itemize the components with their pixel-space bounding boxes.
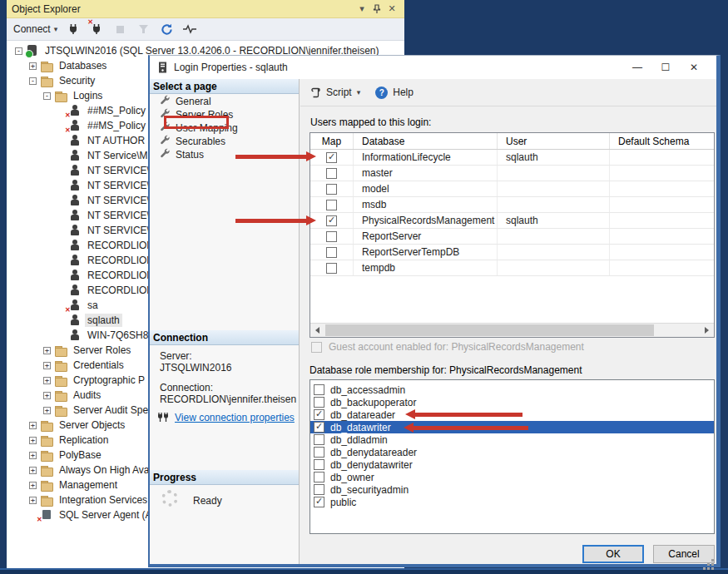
horizontal-scrollbar[interactable] [310,323,714,337]
role-item-db_accessadmin[interactable]: db_accessadmin [310,383,714,396]
tree-expander-plus[interactable]: + [29,62,37,70]
scroll-left-icon[interactable] [310,324,324,337]
connect-icon[interactable] [66,22,81,37]
tree-expander-plus[interactable]: + [43,377,51,384]
page-item-securables[interactable]: Securables [150,135,299,148]
users-mapped-label: Users mapped to this login: [310,116,431,128]
map-cell[interactable] [310,260,354,275]
resize-grip[interactable] [711,559,714,562]
view-connection-properties-link[interactable]: View connection properties [175,412,295,423]
close-button[interactable]: ✕ [680,57,708,77]
user-cell: sqlauth [498,150,610,165]
script-button[interactable]: Script [326,87,352,98]
table-row[interactable]: model [310,181,714,197]
role-checkbox[interactable] [314,397,324,408]
table-row[interactable]: InformationLifecyclesqlauth [310,150,714,166]
map-checkbox[interactable] [326,247,337,258]
tree-expander-minus[interactable]: - [43,92,51,100]
role-checkbox[interactable] [314,422,324,433]
role-checkbox[interactable] [314,434,324,445]
tree-item-label: sa [85,299,101,312]
window-position-icon[interactable]: ▾ [354,2,369,16]
table-row[interactable]: tempdb [310,260,714,276]
table-row[interactable]: ReportServer [310,229,714,245]
scrollbar-thumb[interactable] [325,324,654,336]
dialog-titlebar[interactable]: Login Properties - sqlauth — ☐ ✕ [150,56,716,79]
tree-expander-plus[interactable]: + [43,407,51,414]
map-cell[interactable] [310,166,354,181]
map-cell[interactable] [310,229,354,244]
progress-spinner-icon [161,490,178,507]
tree-expander-plus[interactable]: + [29,452,37,459]
table-row[interactable]: PhysicalRecordsManagementsqlauth [310,213,714,229]
tree-item-label: Logins [71,89,105,102]
role-item-db_denydatawriter[interactable]: db_denydatawriter [310,458,714,471]
close-icon[interactable]: ✕ [384,2,399,16]
tree-expander-plus[interactable]: + [29,482,37,489]
scroll-right-icon[interactable] [700,324,714,337]
refresh-icon[interactable] [159,22,174,37]
tree-expander-plus[interactable]: + [29,497,37,504]
role-checkbox[interactable] [314,472,324,482]
map-cell[interactable] [310,197,354,212]
role-checkbox[interactable] [314,484,324,495]
role-item-db_ddladmin[interactable]: db_ddladmin [310,433,714,446]
map-checkbox[interactable] [326,152,337,163]
map-checkbox[interactable] [326,200,337,210]
ok-button[interactable]: OK [582,545,644,563]
map-checkbox[interactable] [326,263,337,274]
role-item-db_owner[interactable]: db_owner [310,471,714,483]
map-cell[interactable] [310,245,354,260]
map-checkbox[interactable] [326,168,337,179]
map-cell[interactable] [310,213,354,228]
map-checkbox[interactable] [326,184,337,195]
tree-item-label: sqlauth [85,314,122,327]
map-checkbox[interactable] [326,231,337,242]
cancel-button[interactable]: Cancel [653,545,715,563]
select-a-page-header: Select a page [150,79,299,94]
role-item-db_securityadmin[interactable]: db_securityadmin [310,483,714,496]
help-button[interactable]: Help [393,87,414,98]
minimize-button[interactable]: — [623,57,651,77]
tree-expander-plus[interactable]: + [29,437,37,444]
map-cell[interactable] [310,150,354,165]
role-checkbox[interactable] [314,459,324,470]
table-row[interactable]: msdb [310,197,714,213]
default-schema-cell [610,181,714,196]
column-header-default-schema: Default Schema [610,133,714,149]
users-table-body: InformationLifecyclesqlauthmastermodelms… [310,150,714,276]
role-item-db_denydatareader[interactable]: db_denydatareader [310,446,714,458]
tree-expander-plus[interactable]: + [29,467,37,474]
map-checkbox[interactable] [326,215,337,226]
role-item-db_backupoperator[interactable]: db_backupoperator [310,396,714,408]
connect-button[interactable]: Connect ▾ [13,23,57,35]
role-checkbox[interactable] [314,497,324,507]
tree-expander-plus[interactable]: + [29,422,37,429]
page-item-general[interactable]: General [150,95,299,108]
tree-expander-plus[interactable]: + [43,347,51,354]
tree-expander-plus[interactable]: + [43,392,51,399]
role-checkbox[interactable] [314,447,324,458]
role-checkbox[interactable] [314,409,324,420]
pin-icon[interactable] [369,2,384,16]
tree-item-label: Security [57,74,97,87]
role-checkbox[interactable] [314,384,324,395]
database-cell: tempdb [354,260,498,275]
map-cell[interactable] [310,181,354,196]
role-item-public[interactable]: public [310,496,714,508]
tree-expander-plus[interactable]: + [43,362,51,369]
disconnect-icon[interactable]: ✕ [89,22,104,37]
user-icon [68,135,82,146]
object-explorer-toolbar: Connect ▾ ✕ [7,18,404,41]
user-icon [68,210,82,221]
users-mapped-table: MapDatabaseUserDefault Schema Informatio… [310,132,715,338]
maximize-button[interactable]: ☐ [651,57,680,77]
table-row[interactable]: master [310,166,714,181]
object-explorer-titlebar: Object Explorer ▾ ✕ [7,0,404,18]
script-dropdown-icon[interactable]: ▾ [357,88,361,96]
role-label: db_datareader [330,409,395,421]
activity-monitor-icon[interactable] [182,22,197,37]
tree-expander-minus[interactable]: - [15,47,22,55]
tree-expander-minus[interactable]: - [29,77,37,85]
table-row[interactable]: ReportServerTempDB [310,245,714,260]
